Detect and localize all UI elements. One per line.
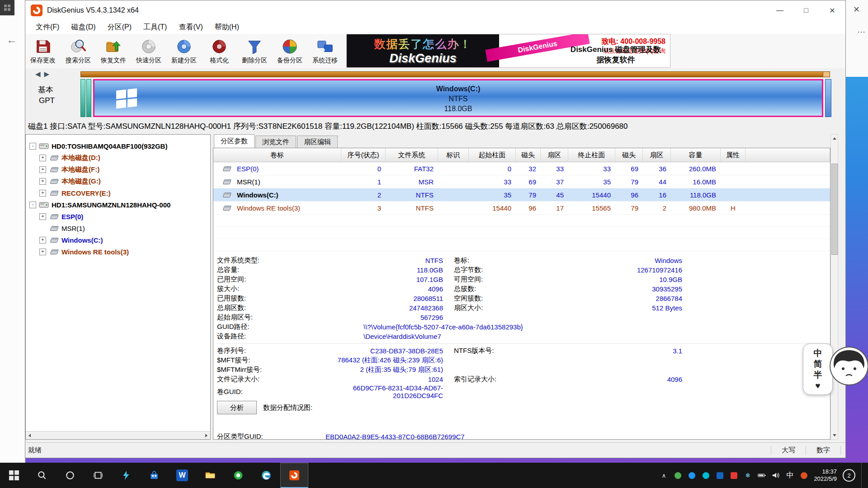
- tree-item-recovery-e[interactable]: + RECOVERY(E:): [26, 187, 210, 199]
- col-end-cylinder[interactable]: 终止柱面: [568, 148, 615, 162]
- col-sector2[interactable]: 扇区: [643, 148, 671, 162]
- back-arrow-icon[interactable]: ←: [6, 33, 17, 46]
- maximize-button[interactable]: □: [793, 0, 819, 20]
- assistant-avatar[interactable]: [829, 346, 868, 386]
- col-volume-label[interactable]: 卷标: [213, 148, 341, 162]
- tray-antivirus-icon[interactable]: [674, 471, 682, 479]
- tree-item-local-g[interactable]: + 本地磁盘(G:): [26, 175, 210, 187]
- tray-red-app-icon[interactable]: [730, 471, 738, 479]
- new-partition-button[interactable]: 新建分区: [166, 34, 202, 68]
- scrollbar-thumb[interactable]: [831, 164, 838, 255]
- task-view-button[interactable]: [84, 463, 112, 488]
- menu-view[interactable]: 查看(V): [173, 23, 208, 32]
- pinned-app-file-explorer[interactable]: [196, 463, 224, 488]
- menu-disk[interactable]: 磁盘(D): [65, 23, 101, 32]
- tree-item-local-f[interactable]: + 本地磁盘(F:): [26, 164, 210, 175]
- expand-icon[interactable]: +: [39, 155, 46, 161]
- recover-files-button[interactable]: 恢复文件: [96, 34, 131, 68]
- expand-icon[interactable]: +: [39, 237, 46, 244]
- taskbar-clock[interactable]: 18:37 2022/5/9: [814, 468, 837, 483]
- partition-row-windows-re[interactable]: Windows RE tools(3) 3 NTFS 15440 96 17 1…: [213, 202, 830, 215]
- collapse-icon[interactable]: -: [29, 202, 36, 208]
- tree-item-esp[interactable]: + ESP(0): [26, 211, 210, 222]
- volume-icon[interactable]: [772, 471, 780, 479]
- scroll-right-arrow-icon[interactable]: [203, 432, 210, 439]
- battery-icon[interactable]: [758, 471, 766, 479]
- taskbar-app-diskgenius-active[interactable]: [280, 463, 308, 488]
- col-capacity[interactable]: 容量: [671, 148, 721, 162]
- col-head[interactable]: 磁头: [516, 148, 541, 162]
- pinned-app-lightning[interactable]: [112, 463, 140, 488]
- menu-partition[interactable]: 分区(P): [102, 23, 137, 32]
- col-index-status[interactable]: 序号(状态): [341, 148, 386, 162]
- pinned-app-green-browser[interactable]: [224, 463, 252, 488]
- ime-language-indicator[interactable]: 中: [786, 471, 794, 479]
- minimize-button[interactable]: —: [767, 0, 793, 20]
- tab-browse-files[interactable]: 浏览文件: [255, 136, 296, 148]
- msr-partition-segment[interactable]: [86, 79, 91, 117]
- expand-icon[interactable]: +: [39, 178, 46, 185]
- ime-mode-panel[interactable]: 中 简 半 ♥: [803, 343, 833, 395]
- expand-icon[interactable]: +: [39, 249, 46, 255]
- expand-icon[interactable]: +: [39, 166, 46, 173]
- tree-item-msr[interactable]: MSR(1): [26, 222, 210, 234]
- tree-item-local-d[interactable]: + 本地磁盘(D:): [26, 152, 210, 164]
- pinned-app-edge[interactable]: [252, 463, 280, 488]
- disk-strip[interactable]: [80, 71, 830, 77]
- notification-badge[interactable]: 2: [843, 469, 855, 482]
- chevron-up-icon[interactable]: ∧: [660, 471, 668, 479]
- analyze-button[interactable]: 分析: [217, 401, 257, 414]
- search-partition-button[interactable]: 搜索分区: [61, 34, 96, 68]
- tree-item-hd1[interactable]: - HD1:SAMSUNGMZNLN128HAHQ-000: [26, 199, 210, 211]
- ad-banner[interactable]: 数据丢了怎么办！ DiskGenius DiskGenius 致电: 400-0…: [346, 34, 670, 68]
- tray-teal-app-icon[interactable]: [702, 471, 710, 479]
- prev-disk-arrow[interactable]: ◀: [35, 70, 41, 78]
- menu-help[interactable]: 帮助(H): [209, 23, 245, 32]
- system-migration-button[interactable]: 系统迁移: [307, 34, 343, 68]
- recovery-partition-segment[interactable]: [825, 79, 831, 117]
- scroll-up-arrow-icon[interactable]: [831, 135, 838, 142]
- background-close-icon[interactable]: ✕: [853, 5, 860, 14]
- col-head2[interactable]: 磁头: [615, 148, 643, 162]
- expand-icon[interactable]: +: [39, 190, 46, 197]
- tray-red-round-icon[interactable]: [800, 471, 808, 479]
- tree-horizontal-scrollbar[interactable]: [26, 431, 210, 439]
- cortana-button[interactable]: [56, 463, 84, 488]
- backup-partition-button[interactable]: 备份分区: [272, 34, 307, 68]
- col-start-cylinder[interactable]: 起始柱面: [469, 148, 516, 162]
- show-desktop-button[interactable]: [861, 463, 864, 488]
- tree-item-windows-c[interactable]: + Windows(C:): [26, 234, 210, 246]
- col-flag[interactable]: 标识: [438, 148, 469, 162]
- windows-partition-segment[interactable]: Windows(C:) NTFS 118.0GB: [93, 79, 823, 117]
- col-filesystem[interactable]: 文件系统: [386, 148, 438, 162]
- tray-blue-app-icon[interactable]: [688, 471, 696, 479]
- pinned-app-word[interactable]: W: [168, 463, 196, 488]
- tree-item-windows-re[interactable]: + Windows RE tools(3): [26, 246, 210, 258]
- tab-sector-edit[interactable]: 扇区编辑: [297, 136, 338, 148]
- scroll-down-arrow-icon[interactable]: [831, 432, 838, 439]
- partition-row-esp[interactable]: ESP(0) 0 FAT32 0 32 33 33 69 36 260.0MB: [213, 162, 830, 175]
- delete-partition-button[interactable]: 删除分区: [237, 34, 272, 68]
- expand-icon[interactable]: +: [39, 213, 46, 220]
- col-attribute[interactable]: 属性: [721, 148, 745, 162]
- vertical-scrollbar[interactable]: [830, 134, 838, 440]
- taskbar-search-button[interactable]: [28, 463, 56, 488]
- menu-tools[interactable]: 工具(T): [137, 23, 173, 32]
- menu-file[interactable]: 文件(F): [30, 23, 65, 32]
- collapse-icon[interactable]: -: [29, 143, 36, 150]
- pinned-app-store[interactable]: [140, 463, 168, 488]
- close-button[interactable]: ✕: [819, 0, 845, 20]
- tree-item-hd0[interactable]: - HD0:TOSHIBAMQ04ABF100(932GB): [26, 140, 210, 152]
- format-button[interactable]: 格式化: [202, 34, 237, 68]
- scroll-left-arrow-icon[interactable]: [26, 432, 33, 439]
- tray-blue-square-icon[interactable]: [716, 471, 724, 479]
- col-sector[interactable]: 扇区: [541, 148, 568, 162]
- background-more-icon[interactable]: ⋯: [857, 27, 865, 37]
- partition-row-windows-selected[interactable]: Windows(C:) 2 NTFS 35 79 45 15440 96 16 …: [213, 188, 830, 202]
- quick-partition-button[interactable]: 快速分区: [131, 34, 166, 68]
- next-disk-arrow[interactable]: ▶: [44, 70, 50, 78]
- esp-partition-segment[interactable]: [80, 79, 85, 117]
- tab-partition-parameters[interactable]: 分区参数: [214, 134, 255, 148]
- partition-row-msr[interactable]: MSR(1) 1 MSR 33 69 37 35 79 44 16.0MB: [213, 175, 830, 188]
- snowflake-tray-icon[interactable]: ❄: [744, 471, 752, 479]
